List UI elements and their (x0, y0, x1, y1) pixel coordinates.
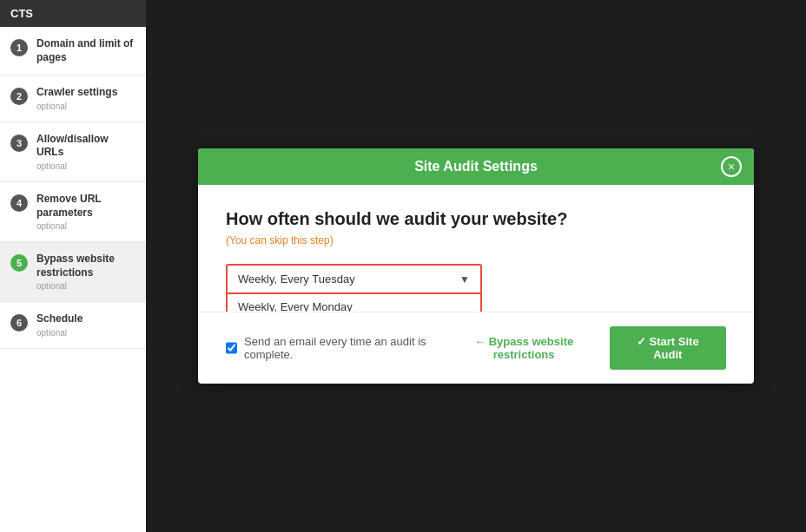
modal-title: Site Audit Settings (414, 159, 538, 174)
email-checkbox-label: Send an email every time an audit is com… (244, 335, 453, 361)
modal-close-button[interactable]: × (721, 156, 742, 177)
start-audit-button[interactable]: ✓ Start Site Audit (610, 326, 726, 370)
sidebar-item-domain[interactable]: 1 Domain and limit of pages (0, 27, 146, 76)
modal-question: How often should we audit your website? (226, 209, 726, 229)
modal-body: How often should we audit your website? … (198, 185, 754, 312)
modal: Site Audit Settings × How often should w… (198, 148, 754, 384)
modal-skip-text: (You can skip this step) (226, 234, 726, 246)
sidebar: CTS 1 Domain and limit of pages 2 Crawle… (0, 0, 146, 532)
sidebar-label-1: Domain and limit of pages (36, 37, 135, 64)
sidebar-sublabel-2: optional (36, 102, 117, 111)
modal-header: Site Audit Settings × (198, 148, 754, 185)
sidebar-label-3: Allow/disallow URLs (36, 133, 135, 160)
sidebar-item-bypass[interactable]: 5 Bypass website restrictions optional (0, 242, 146, 302)
sidebar-sublabel-6: optional (36, 328, 83, 338)
dropdown-item-monday[interactable]: Weekly, Every Monday (228, 294, 480, 312)
sidebar-num-6: 6 (10, 314, 28, 332)
sidebar-item-schedule[interactable]: 6 Schedule optional (0, 302, 146, 349)
modal-footer: Send an email every time an audit is com… (198, 312, 754, 384)
sidebar-item-allow[interactable]: 3 Allow/disallow URLs optional (0, 122, 146, 182)
sidebar-num-3: 3 (10, 135, 28, 152)
frequency-dropdown-container: Weekly, Every Tuesday ▼ Weekly, Every Mo… (226, 264, 482, 294)
sidebar-num-2: 2 (10, 88, 28, 105)
sidebar-sublabel-4: optional (36, 221, 135, 231)
sidebar-label-6: Schedule (36, 312, 83, 326)
dropdown-arrow-icon: ▼ (459, 273, 470, 286)
frequency-dropdown-selected[interactable]: Weekly, Every Tuesday ▼ (226, 264, 482, 294)
sidebar-item-crawler[interactable]: 2 Crawler settings optional (0, 76, 146, 122)
back-button[interactable]: ← Bypass website restrictions (453, 335, 596, 361)
footer-email-section: Send an email every time an audit is com… (226, 335, 453, 361)
dropdown-list: Weekly, Every Monday Weekly, Every Tuesd… (226, 294, 482, 312)
sidebar-num-1: 1 (10, 39, 28, 56)
sidebar-label-5: Bypass website restrictions (36, 253, 135, 279)
modal-backdrop: Site Audit Settings × How often should w… (146, 0, 806, 532)
dropdown-selected-label: Weekly, Every Tuesday (238, 273, 355, 286)
sidebar-sublabel-5: optional (36, 281, 135, 291)
footer-nav: ← Bypass website restrictions ✓ Start Si… (453, 326, 726, 370)
sidebar-num-4: 4 (10, 194, 28, 212)
sidebar-header: CTS (0, 0, 146, 27)
email-checkbox[interactable] (226, 342, 237, 354)
sidebar-sublabel-3: optional (36, 161, 135, 171)
sidebar-item-remove[interactable]: 4 Remove URL parameters optional (0, 182, 146, 242)
sidebar-label-4: Remove URL parameters (36, 193, 135, 220)
sidebar-label-2: Crawler settings (36, 86, 117, 100)
sidebar-num-5: 5 (10, 254, 28, 272)
